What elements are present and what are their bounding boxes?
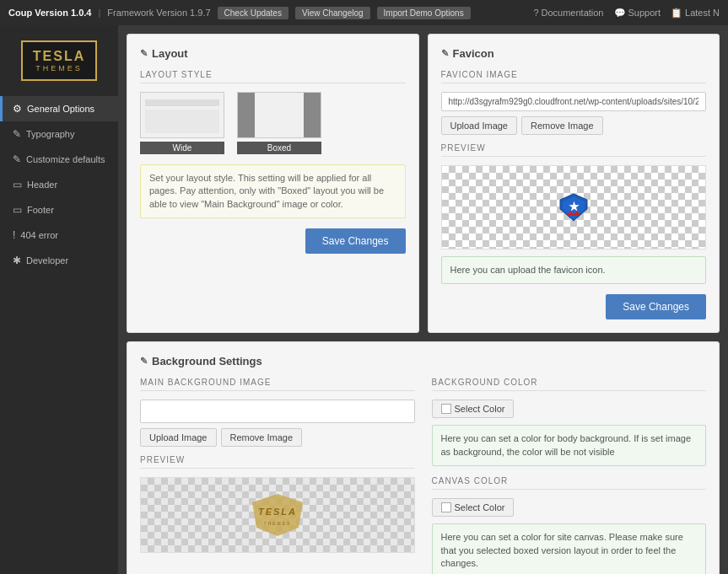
sidebar-label-404: 404 error <box>20 230 58 240</box>
bg-color-info: Here you can set a color for body backgr… <box>432 425 707 466</box>
topbar-right: ? Documentation 💬 Support 📋 Latest N <box>533 8 720 19</box>
sidebar-label-footer: Footer <box>27 205 54 215</box>
layout-panel: ✎ Layout LAYOUT STYLE Wide Boxed Set you… <box>127 34 419 333</box>
canvas-color-label: CANVAS COLOR <box>432 476 707 490</box>
favicon-preview-area: ★ <box>441 165 707 249</box>
sidebar-label-developer: Developer <box>26 255 68 266</box>
logo-area: TESLA THEMES <box>14 34 104 88</box>
view-changelog-button[interactable]: View Changelog <box>295 7 370 19</box>
sidebar-item-developer[interactable]: ✱ Developer <box>0 248 118 273</box>
svg-text:TESLA: TESLA <box>258 507 297 517</box>
favicon-panel: ✎ Favicon FAVICON IMAGE Upload Image Rem… <box>428 34 720 333</box>
sidebar-label-general: General Options <box>27 104 94 114</box>
boxed-label: Boxed <box>237 142 321 154</box>
error-icon: ! <box>13 229 15 241</box>
canvas-color-swatch <box>441 502 451 512</box>
favicon-btn-row: Upload Image Remove Image <box>441 116 707 135</box>
bg-panels-row: MAIN BACKGROUND IMAGE Upload Image Remov… <box>140 378 706 574</box>
sidebar-label-typography: Typography <box>26 129 74 139</box>
bg-upload-button[interactable]: Upload Image <box>140 428 217 447</box>
logo-themes: THEMES <box>33 64 85 72</box>
sidebar: TESLA THEMES ⚙ General Options ✎ Typogra… <box>0 25 118 574</box>
bg-preview-area: TESLA THEMES <box>140 477 415 553</box>
bg-color-label: BACKGROUND COLOR <box>432 378 707 391</box>
layout-option-boxed[interactable]: Boxed <box>237 92 321 154</box>
topbar: Coup Version 1.0.4 | Framework Version 1… <box>0 0 728 25</box>
support-icon: 💬 <box>614 8 626 19</box>
bg-main-image-label: MAIN BACKGROUND IMAGE <box>140 378 415 391</box>
bg-edit-icon: ✎ <box>140 356 148 367</box>
sidebar-label-customize: Customize defaults <box>26 154 105 164</box>
favicon-preview-section-label: PREVIEW <box>441 143 707 157</box>
canvas-color-info: Here you can set a color for site canvas… <box>432 523 707 574</box>
boxed-preview <box>237 92 321 138</box>
sidebar-nav: ⚙ General Options ✎ Typography ✎ Customi… <box>0 96 118 273</box>
question-icon: ? <box>533 8 538 18</box>
latest-icon: 📋 <box>671 8 682 19</box>
layout-wrapper: TESLA THEMES ⚙ General Options ✎ Typogra… <box>0 25 728 574</box>
layout-option-wide[interactable]: Wide <box>140 92 224 154</box>
bg-preview-logo: TESLA THEMES <box>244 490 311 540</box>
typography-icon: ✎ <box>13 128 21 140</box>
logo-box: TESLA THEMES <box>21 40 97 81</box>
edit-icon: ✎ <box>140 48 148 59</box>
layout-panel-title: ✎ Layout <box>140 47 406 60</box>
favicon-image-section-label: FAVICON IMAGE <box>441 70 707 83</box>
bg-left: MAIN BACKGROUND IMAGE Upload Image Remov… <box>140 378 415 574</box>
layout-save-button[interactable]: Save Changes <box>305 228 406 254</box>
favicon-info-box: Here you can upload the favicon icon. <box>441 256 707 284</box>
favicon-panel-title: ✎ Favicon <box>441 47 707 60</box>
sidebar-item-customize-defaults[interactable]: ✎ Customize defaults <box>0 147 118 172</box>
bg-right: BACKGROUND COLOR Select Color Here you c… <box>432 378 707 574</box>
canvas-select-color-button[interactable]: Select Color <box>432 498 515 517</box>
sidebar-label-header: Header <box>27 180 57 190</box>
layout-section-label: LAYOUT STYLE <box>140 70 406 83</box>
color-swatch <box>441 404 451 414</box>
logo-tesla: TESLA <box>33 49 85 64</box>
favicon-upload-button[interactable]: Upload Image <box>441 116 518 135</box>
documentation-link[interactable]: ? Documentation <box>533 8 603 18</box>
wide-label: Wide <box>140 142 224 154</box>
bg-panel-title: ✎ Background Settings <box>140 355 706 367</box>
gear-icon: ⚙ <box>13 103 22 115</box>
sidebar-item-404[interactable]: ! 404 error <box>0 223 118 248</box>
support-link[interactable]: 💬 Support <box>614 8 661 19</box>
wide-preview <box>140 92 224 138</box>
header-icon: ▭ <box>13 179 22 190</box>
svg-text:THEMES: THEMES <box>263 521 291 526</box>
footer-icon: ▭ <box>13 204 22 216</box>
developer-icon: ✱ <box>13 255 21 266</box>
bg-image-input[interactable] <box>140 400 415 423</box>
favicon-remove-button[interactable]: Remove Image <box>521 116 603 135</box>
sidebar-item-footer[interactable]: ▭ Footer <box>0 197 118 223</box>
layout-info-box: Set your layout style. This setting will… <box>140 164 406 218</box>
layout-options: Wide Boxed <box>140 92 406 154</box>
background-panel: ✎ Background Settings MAIN BACKGROUND IM… <box>127 341 720 574</box>
bg-btn-row: Upload Image Remove Image <box>140 428 415 447</box>
import-demo-button[interactable]: Import Demo Options <box>377 7 471 19</box>
bg-remove-button[interactable]: Remove Image <box>221 428 303 447</box>
topbar-framework-version: Framework Version 1.9.7 <box>107 8 210 18</box>
top-panels-row: ✎ Layout LAYOUT STYLE Wide Boxed Set you… <box>127 34 720 333</box>
svg-text:★: ★ <box>568 200 579 213</box>
favicon-preview-icon: ★ <box>558 192 589 223</box>
favicon-save-button[interactable]: Save Changes <box>606 294 706 319</box>
latest-link[interactable]: 📋 Latest N <box>671 8 720 19</box>
check-updates-button[interactable]: Check Updates <box>218 7 289 19</box>
customize-icon: ✎ <box>13 153 21 165</box>
sidebar-item-header[interactable]: ▭ Header <box>0 172 118 197</box>
sidebar-item-typography[interactable]: ✎ Typography <box>0 121 118 147</box>
topbar-sep: | <box>98 8 100 18</box>
favicon-url-input[interactable] <box>441 92 707 111</box>
bg-preview-label: PREVIEW <box>140 455 415 469</box>
bg-select-color-button[interactable]: Select Color <box>432 400 515 418</box>
topbar-brand: Coup Version 1.0.4 <box>8 8 91 18</box>
sidebar-item-general-options[interactable]: ⚙ General Options <box>0 96 118 121</box>
favicon-edit-icon: ✎ <box>441 48 449 59</box>
main-content: ✎ Layout LAYOUT STYLE Wide Boxed Set you… <box>118 25 728 574</box>
